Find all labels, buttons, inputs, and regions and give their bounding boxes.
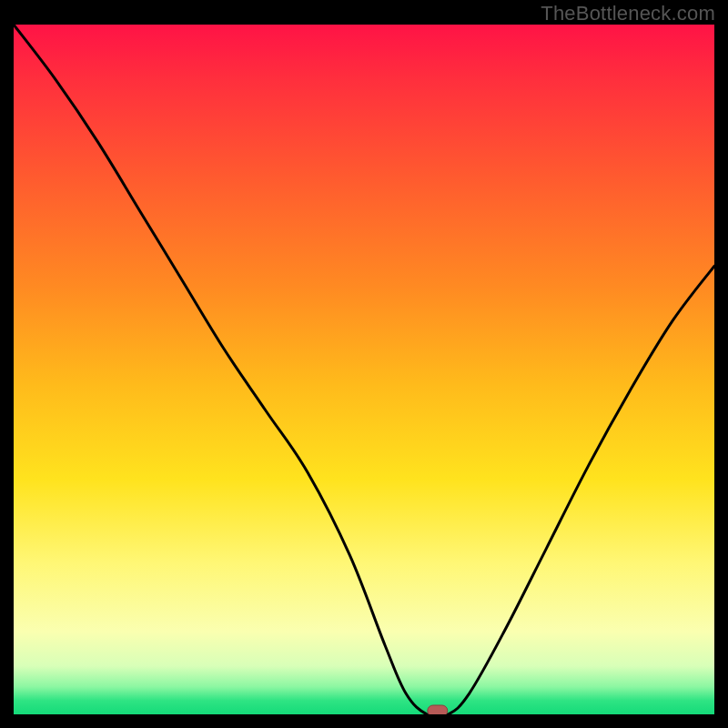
bottleneck-curve [14,25,714,714]
watermark-text: TheBottleneck.com [541,2,715,25]
minimum-marker [428,705,448,714]
plot-area [14,25,714,714]
curve-layer [14,25,714,714]
chart-frame: TheBottleneck.com [0,0,728,728]
